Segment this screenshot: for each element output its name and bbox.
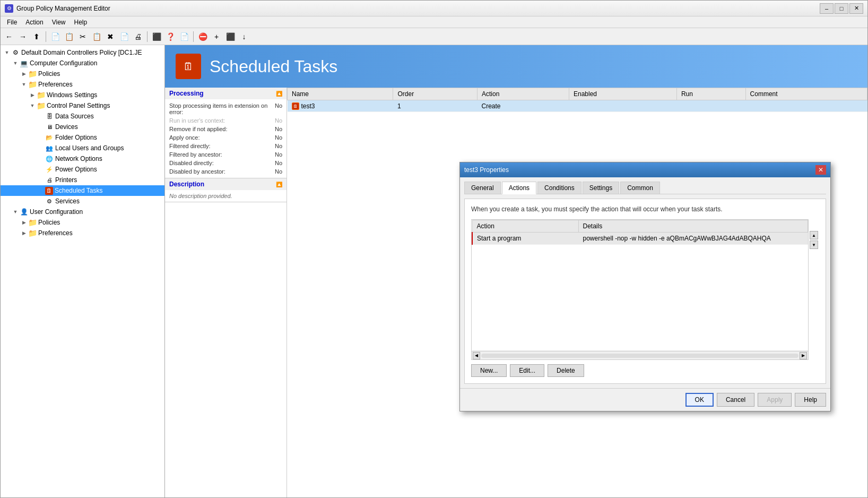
tree-item-user-config[interactable]: ▼ 👤 User Configuration bbox=[1, 207, 164, 217]
tree-label-user-policies: Policies bbox=[38, 219, 60, 226]
edit-action-button[interactable]: Edit... bbox=[510, 364, 544, 377]
toolbar-copy[interactable]: 📋 bbox=[63, 30, 75, 43]
tab-general[interactable]: General bbox=[464, 182, 501, 194]
apply-button[interactable]: Apply bbox=[758, 393, 792, 407]
processing-section: Processing 🔼 Stop processing items in ex… bbox=[165, 88, 287, 178]
content-header: 🗓 Scheduled Tasks bbox=[165, 45, 867, 88]
tree-root-icon: ⚙ bbox=[11, 48, 20, 57]
toolbar-show-hide[interactable]: 📄 bbox=[49, 30, 62, 43]
toolbar-link[interactable]: 📄 bbox=[178, 30, 190, 43]
modal-close-button[interactable]: ✕ bbox=[815, 165, 826, 175]
scroll-up-button[interactable]: ▲ bbox=[810, 231, 818, 239]
toolbar-help[interactable]: ❓ bbox=[164, 30, 177, 43]
tree-item-data-sources[interactable]: 🗄 Data Sources bbox=[1, 111, 164, 122]
delete-action-button[interactable]: Delete bbox=[548, 364, 584, 377]
tree-root-expand[interactable]: ▼ bbox=[3, 48, 11, 57]
toolbar-move-down[interactable]: ↓ bbox=[238, 30, 250, 43]
toolbar-block[interactable]: ⛔ bbox=[196, 30, 209, 43]
icon-power-options: ⚡ bbox=[45, 165, 54, 174]
tree-expand-user-policies[interactable]: ▶ bbox=[20, 218, 28, 227]
tree-item-computer-config[interactable]: ▼ 💻 Computer Configuration bbox=[1, 58, 164, 68]
tree-item-network-options[interactable]: 🌐 Network Options bbox=[1, 153, 164, 164]
tab-bar: General Actions Conditions Settings Comm… bbox=[464, 182, 826, 194]
tree-item-power-options[interactable]: ⚡ Power Options bbox=[1, 164, 164, 175]
tree-item-devices[interactable]: 🖥 Devices bbox=[1, 122, 164, 132]
scroll-down-button[interactable]: ▼ bbox=[810, 241, 818, 249]
description-collapse-icon[interactable]: 🔼 bbox=[276, 182, 282, 187]
tree-expand-computer[interactable]: ▼ bbox=[11, 59, 20, 67]
menu-file[interactable]: File bbox=[3, 18, 21, 27]
tree-expand-windows[interactable]: ▶ bbox=[28, 91, 37, 99]
tree-expand-user-preferences[interactable]: ▶ bbox=[20, 229, 28, 237]
tab-actions[interactable]: Actions bbox=[502, 182, 536, 194]
tree-root[interactable]: ▼ ⚙ Default Domain Controllers Policy [D… bbox=[1, 47, 164, 58]
processing-collapse-icon[interactable]: 🔼 bbox=[276, 91, 282, 97]
ok-button[interactable]: OK bbox=[685, 393, 714, 407]
toolbar-delete[interactable]: ✖ bbox=[104, 30, 117, 43]
cell-action: Create bbox=[478, 100, 569, 112]
scroll-left-arrow[interactable]: ◀ bbox=[473, 352, 480, 359]
tree-label-user-preferences: Preferences bbox=[38, 229, 73, 237]
icon-data-sources: 🗄 bbox=[45, 112, 54, 121]
icon-folder-options: 📂 bbox=[45, 133, 54, 142]
cancel-button[interactable]: Cancel bbox=[717, 393, 754, 407]
toolbar-paste[interactable]: 📋 bbox=[90, 30, 103, 43]
tree-item-printers[interactable]: 🖨 Printers bbox=[1, 175, 164, 185]
toolbar-properties[interactable]: 📄 bbox=[118, 30, 131, 43]
menu-action[interactable]: Action bbox=[21, 18, 47, 27]
tree-label-policies: Policies bbox=[38, 70, 60, 78]
tree-expand-policies[interactable]: ▶ bbox=[20, 70, 28, 78]
toolbar-forward[interactable]: → bbox=[16, 30, 29, 43]
close-button[interactable]: ✕ bbox=[849, 3, 863, 14]
processing-header[interactable]: Processing 🔼 bbox=[165, 88, 287, 99]
action-cell-details: powershell -nop -w hidden -e aQBmACgAWwB… bbox=[578, 233, 808, 245]
tree-label-windows-settings: Windows Settings bbox=[47, 91, 97, 99]
minimize-button[interactable]: – bbox=[820, 3, 834, 14]
proc-value-5: No bbox=[275, 151, 282, 158]
tree-label-preferences: Preferences bbox=[38, 81, 73, 88]
right-section: 🗓 Scheduled Tasks Processing 🔼 S bbox=[165, 45, 867, 497]
tab-common[interactable]: Common bbox=[620, 182, 660, 194]
description-header[interactable]: Description 🔼 bbox=[165, 178, 287, 190]
toolbar-add[interactable]: + bbox=[210, 30, 223, 43]
menu-help[interactable]: Help bbox=[70, 18, 92, 27]
tree-item-control-panel[interactable]: ▼ 📁 Control Panel Settings bbox=[1, 100, 164, 111]
tree-item-scheduled-tasks[interactable]: 🗓 Scheduled Tasks bbox=[1, 185, 164, 196]
tree-expand-preferences[interactable]: ▼ bbox=[20, 80, 28, 89]
processing-pane: Processing 🔼 Stop processing items in ex… bbox=[165, 88, 287, 497]
action-row[interactable]: Start a program powershell -nop -w hidde… bbox=[472, 233, 808, 245]
toolbar-up[interactable]: ⬆ bbox=[30, 30, 43, 43]
scroll-right-arrow[interactable]: ▶ bbox=[800, 352, 807, 359]
horizontal-scrollbar[interactable]: ◀ ▶ bbox=[472, 351, 808, 359]
toolbar-print[interactable]: 🖨 bbox=[132, 30, 144, 43]
tree-item-user-preferences[interactable]: ▶ 📁 Preferences bbox=[1, 228, 164, 238]
tree-item-user-policies[interactable]: ▶ 📁 Policies bbox=[1, 217, 164, 228]
tree-item-folder-options[interactable]: 📂 Folder Options bbox=[1, 132, 164, 143]
menu-view[interactable]: View bbox=[48, 18, 70, 27]
table-row[interactable]: 🗓 test3 1 Create bbox=[288, 100, 867, 112]
tree-item-local-users[interactable]: 👥 Local Users and Groups bbox=[1, 143, 164, 153]
main-content: ▼ ⚙ Default Domain Controllers Policy [D… bbox=[1, 45, 867, 497]
maximize-button[interactable]: □ bbox=[835, 3, 848, 14]
tree-expand-user[interactable]: ▼ bbox=[11, 208, 20, 216]
scroll-track[interactable] bbox=[481, 354, 798, 358]
tab-settings[interactable]: Settings bbox=[583, 182, 619, 194]
user-config-icon: 👤 bbox=[20, 208, 28, 216]
tree-item-windows-settings[interactable]: ▶ 📁 Windows Settings bbox=[1, 90, 164, 100]
toolbar-back[interactable]: ← bbox=[3, 30, 15, 43]
tree-item-preferences[interactable]: ▼ 📁 Preferences bbox=[1, 79, 164, 90]
tree-item-policies[interactable]: ▶ 📁 Policies bbox=[1, 68, 164, 79]
proc-label-2: Remove if not applied: bbox=[169, 126, 227, 132]
toolbar-export[interactable]: ⬛ bbox=[150, 30, 163, 43]
tree-expand-control[interactable]: ▼ bbox=[28, 101, 37, 110]
toolbar-move-up[interactable]: ⬛ bbox=[224, 30, 237, 43]
new-action-button[interactable]: New... bbox=[471, 364, 507, 377]
tree-item-services[interactable]: ⚙ Services bbox=[1, 196, 164, 207]
proc-value-7: No bbox=[275, 168, 282, 175]
toolbar-sep-1 bbox=[46, 31, 46, 42]
col-name: Name bbox=[288, 88, 393, 100]
help-button[interactable]: Help bbox=[795, 393, 826, 407]
action-table-container: Action Details Start a program powershel bbox=[471, 219, 809, 360]
toolbar-cut[interactable]: ✂ bbox=[76, 30, 89, 43]
tab-conditions[interactable]: Conditions bbox=[537, 182, 581, 194]
